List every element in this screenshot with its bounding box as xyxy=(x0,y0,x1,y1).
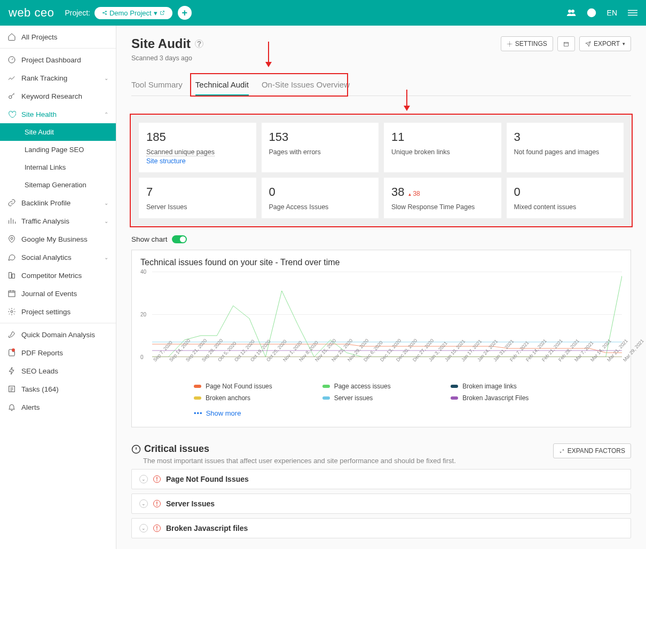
x-tick-label: Nov 15, 2020 xyxy=(314,359,327,371)
sidebar-label: Rank Tracking xyxy=(21,74,67,82)
legend-swatch xyxy=(451,385,458,388)
x-tick-label: Jan 17, 2021 xyxy=(460,359,474,371)
metric-card[interactable]: 153Pages with errors xyxy=(262,123,379,172)
sidebar-tasks[interactable]: Tasks (164) xyxy=(0,380,116,398)
metric-card[interactable]: 3838Slow Response Time Pages xyxy=(384,178,501,218)
sidebar-internal-links[interactable]: Internal Links xyxy=(0,158,116,176)
x-tick-label: Nov 8, 2020 xyxy=(298,359,311,371)
sidebar-traffic-analysis[interactable]: Traffic Analysis⌄ xyxy=(0,212,116,230)
metric-card[interactable]: 3Not found pages and images xyxy=(507,123,624,172)
svg-point-10 xyxy=(9,96,12,98)
export-button[interactable]: EXPORT▾ xyxy=(579,36,631,51)
x-tick-label: Sep 28, 2020 xyxy=(201,359,214,371)
x-tick-label: Jan 3, 2021 xyxy=(428,359,441,371)
sidebar-social-analytics[interactable]: Social Analytics⌄ xyxy=(0,248,116,266)
menu-icon[interactable] xyxy=(628,8,637,18)
sidebar-project-dashboard[interactable]: Project Dashboard xyxy=(0,51,116,69)
users-icon[interactable] xyxy=(566,8,576,18)
x-tick-label: Sep 21, 2020 xyxy=(185,359,198,371)
svg-point-0 xyxy=(103,12,104,14)
metric-card[interactable]: 7Server Issues xyxy=(139,178,256,218)
sidebar-rank-tracking[interactable]: Rank Tracking⌄ xyxy=(0,69,116,87)
language-selector[interactable]: EN xyxy=(607,9,617,17)
issue-row[interactable]: ⌄!Page Not Found Issues xyxy=(131,469,631,489)
sidebar-seo-leads[interactable]: SEO Leads xyxy=(0,362,116,380)
sidebar-label: Backlink Profile xyxy=(21,199,70,207)
x-tick-label: Mar 29, 2021 xyxy=(622,359,635,371)
tab-technical-audit[interactable]: Technical Audit xyxy=(195,75,249,96)
expand-factors-button[interactable]: EXPAND FACTORS xyxy=(553,443,631,458)
sidebar-label: Internal Links xyxy=(25,163,66,171)
chevron-down-icon: ⌄ xyxy=(104,255,108,260)
sidebar-competitor-metrics[interactable]: Competitor Metrics xyxy=(0,266,116,284)
sidebar-keyword-research[interactable]: Keyword Research xyxy=(0,87,116,105)
add-project-button[interactable]: + xyxy=(178,6,192,20)
chart-panel: Technical issues found on your site - Tr… xyxy=(131,250,631,427)
show-more-button[interactable]: Show more xyxy=(140,407,622,425)
metric-card[interactable]: 0Page Access Issues xyxy=(262,178,379,218)
x-tick-label: Mar 14, 2021 xyxy=(589,359,603,371)
sidebar-site-audit[interactable]: Site Audit xyxy=(0,123,116,141)
sidebar-landing-page-seo[interactable]: Landing Page SEO xyxy=(0,141,116,158)
sidebar-label: Competitor Metrics xyxy=(21,272,82,280)
link-icon xyxy=(7,198,16,207)
issue-label: Server Issues xyxy=(166,499,215,508)
x-tick-label: Dec 13, 2020 xyxy=(379,359,392,371)
x-tick-label: Nov 29, 2020 xyxy=(346,359,360,371)
chevron-down-icon: ⌄ xyxy=(104,75,108,81)
legend-item[interactable]: Page access issues xyxy=(322,383,440,390)
building-icon xyxy=(7,271,16,280)
show-chart-label: Show chart xyxy=(131,235,168,243)
x-tick-label: Dec 20, 2020 xyxy=(395,359,408,371)
help-icon[interactable] xyxy=(587,8,596,18)
metric-label: Pages with errors xyxy=(269,148,321,156)
tab-tool-summary[interactable]: Tool Summary xyxy=(131,75,183,96)
issue-row[interactable]: ⌄!Broken Javascript files xyxy=(131,518,631,538)
notification-dot xyxy=(12,348,15,352)
sidebar-alerts[interactable]: Alerts xyxy=(0,398,116,416)
warning-icon xyxy=(131,444,141,454)
sidebar-quick-domain-analysis[interactable]: Quick Domain Analysis xyxy=(0,325,116,344)
issue-row[interactable]: ⌄!Server Issues xyxy=(131,494,631,514)
chevron-down-icon: ▾ xyxy=(154,9,157,17)
calendar-icon xyxy=(7,289,16,298)
sidebar-sitemap-generation[interactable]: Sitemap Generation xyxy=(0,176,116,194)
bell-icon xyxy=(7,403,16,411)
sidebar-pdf-reports[interactable]: PDF Reports xyxy=(0,344,116,362)
legend-item[interactable]: Server issues xyxy=(322,394,440,402)
chart-title: Technical issues found on your site - Tr… xyxy=(140,258,622,267)
sidebar-label: Site Health xyxy=(21,110,57,118)
sidebar-label: Project settings xyxy=(21,308,70,316)
sidebar-google-my-business[interactable]: Google My Business xyxy=(0,230,116,248)
calendar-button[interactable] xyxy=(557,36,575,51)
metric-value: 185 xyxy=(146,130,249,144)
x-tick-label: Feb 21, 2021 xyxy=(541,359,554,371)
sidebar-label: Alerts xyxy=(21,403,40,411)
show-chart-toggle[interactable] xyxy=(172,235,187,243)
tab-onsite-issues[interactable]: On-Site Issues Overview xyxy=(262,75,350,96)
legend-swatch xyxy=(194,385,201,388)
settings-button[interactable]: SETTINGS xyxy=(501,36,553,51)
svg-point-17 xyxy=(509,43,510,45)
sidebar-all-projects[interactable]: All Projects xyxy=(0,28,116,46)
metric-value: 0 xyxy=(514,185,617,199)
rocket-icon xyxy=(7,330,16,339)
legend-item[interactable]: Broken anchors xyxy=(194,394,312,402)
legend-item[interactable]: Broken image links xyxy=(451,383,569,390)
sidebar-site-health[interactable]: Site Health⌃ xyxy=(0,105,116,123)
legend-label: Broken anchors xyxy=(206,394,250,402)
project-selector[interactable]: Demo Project ▾ xyxy=(94,7,172,19)
sidebar-backlink-profile[interactable]: Backlink Profile⌄ xyxy=(0,194,116,212)
legend-item[interactable]: Page Not Found issues xyxy=(194,383,312,390)
legend-item[interactable]: Broken Javascript Files xyxy=(451,394,569,402)
metric-card[interactable]: 185Scanned unique pagesSite structure xyxy=(139,123,256,172)
y-tick-label: 40 xyxy=(140,269,146,275)
sidebar-project-settings[interactable]: Project settings xyxy=(0,303,116,321)
svg-point-3 xyxy=(568,10,571,13)
site-structure-link[interactable]: Site structure xyxy=(146,157,249,165)
legend-swatch xyxy=(194,396,201,400)
metric-card[interactable]: 0Mixed content issues xyxy=(507,178,624,218)
sidebar-journal-of-events[interactable]: Journal of Events xyxy=(0,284,116,303)
metric-card[interactable]: 11Unique broken links xyxy=(384,123,501,172)
help-icon[interactable]: ? xyxy=(195,39,203,48)
